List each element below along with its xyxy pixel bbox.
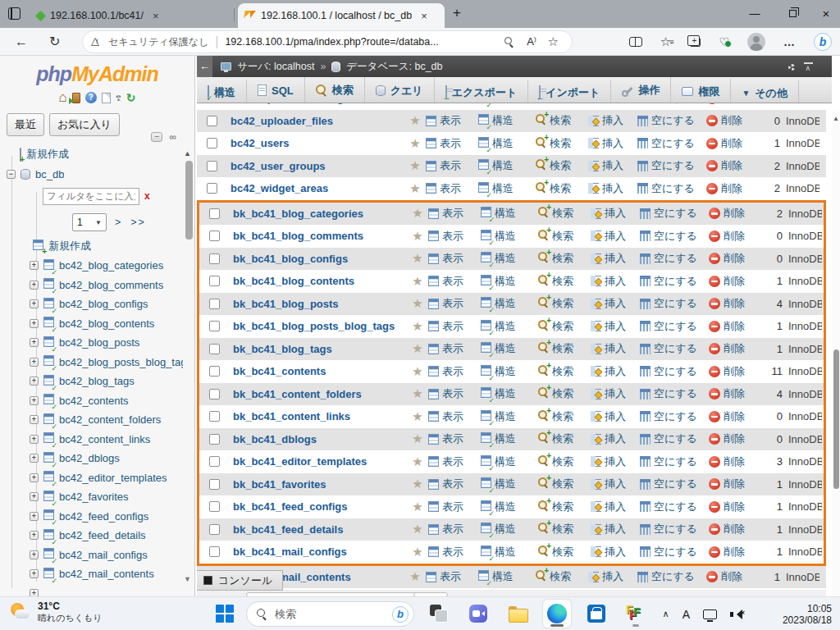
home-icon[interactable]: ⌂ <box>58 92 66 103</box>
speaker-muted-icon[interactable]: × <box>730 609 745 620</box>
insert-action[interactable]: 挿入 <box>591 386 640 401</box>
last-page-link[interactable]: >> <box>130 217 146 228</box>
empty-action[interactable]: 空にする <box>640 296 709 311</box>
drop-action[interactable]: 削除 <box>709 500 760 514</box>
drop-action[interactable]: 削除 <box>709 251 760 266</box>
documentation-icon[interactable] <box>102 93 111 103</box>
browse-action[interactable]: 表示 <box>428 341 481 356</box>
pma-tab-import[interactable]: ←インポート <box>528 80 611 104</box>
browse-action[interactable]: 表示 <box>428 274 481 289</box>
browse-action[interactable]: 表示 <box>426 103 478 106</box>
row-checkbox[interactable] <box>209 276 220 286</box>
drop-action[interactable]: 削除 <box>709 364 760 379</box>
next-page-link[interactable]: > <box>115 217 122 228</box>
navi-table-item[interactable]: + ✓ bc42_blog_contents <box>0 314 183 334</box>
favorite-star-icon[interactable]: ★ <box>407 296 428 311</box>
drop-action[interactable]: 削除 <box>709 206 760 221</box>
favorite-star-icon[interactable]: ★ <box>407 522 428 536</box>
structure-action[interactable]: ✓構造 <box>481 431 538 446</box>
insert-action[interactable]: 挿入 <box>591 319 640 334</box>
empty-action[interactable]: 空にする <box>640 409 709 424</box>
empty-action[interactable]: 空にする <box>637 158 706 173</box>
recent-button[interactable]: 最近 <box>7 113 44 136</box>
security-label[interactable]: セキュリティ保護なし <box>108 35 208 49</box>
expand-icon[interactable]: + <box>30 338 39 347</box>
row-checkbox[interactable] <box>209 411 220 422</box>
expand-icon[interactable]: + <box>30 531 39 540</box>
insert-action[interactable]: 挿入 <box>588 158 637 173</box>
structure-action[interactable]: ✓構造 <box>481 500 538 514</box>
empty-action[interactable]: 空にする <box>640 364 709 379</box>
favorite-star-icon[interactable]: ★ <box>407 206 428 221</box>
structure-action[interactable]: ✓構造 <box>481 386 538 401</box>
favorite-star-icon[interactable]: ★ <box>407 477 428 491</box>
database-item-bc_db[interactable]: − bc_db <box>0 164 183 184</box>
search-action[interactable]: +検索 <box>538 229 591 244</box>
console-toggle-button[interactable]: コンソール <box>197 570 283 591</box>
drop-action[interactable]: 削除 <box>709 545 760 559</box>
favorite-star-icon[interactable]: ★ <box>407 431 428 446</box>
pma-tab-query[interactable]: クエリ <box>365 78 435 104</box>
url-text[interactable]: 192.168.100.1/pma/index.php?route=/datab… <box>225 36 500 48</box>
table-name-link[interactable]: bk_bc41_contents <box>233 365 407 377</box>
browse-action[interactable]: 表示 <box>428 364 481 379</box>
structure-action[interactable]: ✓構造 <box>481 522 538 536</box>
drop-action[interactable]: 削除 <box>706 136 757 151</box>
search-action[interactable]: +検索 <box>538 386 591 401</box>
favorite-star-icon[interactable]: ★ <box>407 545 428 559</box>
expand-icon[interactable]: + <box>30 396 39 405</box>
row-checkbox[interactable] <box>209 501 220 512</box>
structure-action[interactable]: ✓構造 <box>481 364 538 379</box>
favorite-star-icon[interactable]: ★ <box>407 274 428 289</box>
table-name-link[interactable]: bk_bc41_mail_configs <box>233 546 407 558</box>
browser-essentials-icon[interactable]: ♡ <box>719 35 729 48</box>
search-action[interactable]: +検索 <box>538 545 591 559</box>
row-checkbox[interactable] <box>207 161 217 171</box>
insert-action[interactable]: 挿入 <box>591 296 640 311</box>
row-checkbox[interactable] <box>207 138 217 148</box>
read-aloud-icon[interactable]: A) <box>527 35 536 48</box>
search-action[interactable]: +検索 <box>536 113 588 128</box>
empty-action[interactable]: 空にする <box>640 545 709 559</box>
search-action[interactable]: +検索 <box>538 296 591 311</box>
display-network-icon[interactable] <box>703 609 717 619</box>
navi-table-item[interactable]: + ✓ bc42_mail_contents <box>0 564 183 584</box>
page-settings-gear-icon[interactable] <box>788 64 795 71</box>
favorite-star-icon[interactable]: ★ <box>404 136 426 151</box>
browse-action[interactable]: 表示 <box>428 545 481 559</box>
navi-scrollbar-up-icon[interactable]: ▲ <box>184 149 191 158</box>
navi-table-item[interactable]: + ✓ bc42_mail_configs <box>0 546 183 565</box>
favorite-star-icon[interactable]: ★ <box>407 229 428 244</box>
table-name-link[interactable]: bk_bc41_feed_details <box>233 523 407 536</box>
link-icon[interactable]: ∞ <box>169 131 176 143</box>
empty-action[interactable]: 空にする <box>640 500 709 514</box>
expand-icon[interactable]: + <box>30 415 39 424</box>
refresh-button[interactable]: ↻ <box>49 34 60 49</box>
pma-tab-sql[interactable]: SQL <box>247 77 305 103</box>
favorites-button[interactable]: お気に入り <box>49 113 120 136</box>
browse-action[interactable]: 表示 <box>426 569 478 584</box>
drop-action[interactable]: 削除 <box>706 181 757 196</box>
empty-action[interactable]: 空にする <box>637 569 706 584</box>
browser-tab-1[interactable]: 192.168.100.1/bc41/ × <box>30 3 233 28</box>
favorite-star-icon[interactable]: ★ <box>404 103 426 106</box>
profile-avatar[interactable] <box>747 33 765 51</box>
table-name-link[interactable]: bk_bc41_blog_posts <box>233 298 407 310</box>
empty-action[interactable]: 空にする <box>640 319 709 334</box>
search-action[interactable]: +検索 <box>538 500 591 514</box>
pma-tab-operations[interactable]: 操作 <box>611 77 671 103</box>
favorite-star-icon[interactable]: ★ <box>407 500 428 514</box>
browse-action[interactable]: 表示 <box>428 522 481 536</box>
search-action[interactable]: +検索 <box>538 477 591 491</box>
empty-action[interactable]: 空にする <box>637 103 706 106</box>
row-checkbox[interactable] <box>207 116 217 126</box>
structure-action[interactable]: ✓構造 <box>481 274 538 289</box>
table-name-link[interactable]: bc42_users <box>231 137 404 149</box>
search-action[interactable]: +検索 <box>538 251 591 266</box>
tab-close-icon[interactable]: × <box>418 10 430 22</box>
expand-icon[interactable]: + <box>30 358 39 367</box>
row-checkbox[interactable] <box>209 344 220 354</box>
navi-table-item[interactable]: + ✓ bc42_blog_posts <box>0 333 183 353</box>
favorite-star-icon[interactable]: ★ <box>407 364 428 379</box>
structure-action[interactable]: ✓構造 <box>478 158 536 173</box>
